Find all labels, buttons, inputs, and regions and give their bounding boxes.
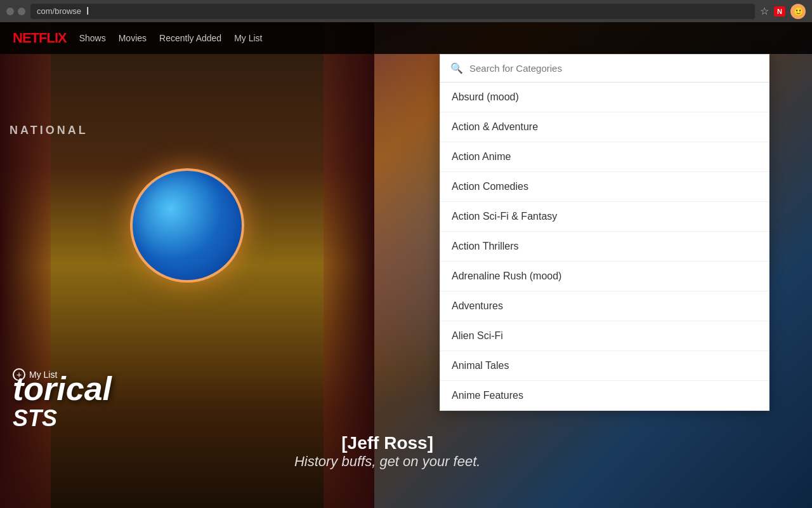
cursor: I [86, 6, 89, 17]
nav-item-shows[interactable]: Shows [79, 33, 106, 43]
minimize-button[interactable] [6, 8, 14, 15]
quote-text: History buffs, get on your feet. [294, 453, 480, 470]
search-input[interactable] [469, 63, 759, 74]
netflix-nav: NETFLIX Shows Movies Recently Added My L… [0, 22, 812, 54]
show-title: torical STS [13, 372, 112, 432]
nav-item-recently-added[interactable]: Recently Added [159, 33, 221, 43]
category-item[interactable]: Action Anime [440, 142, 769, 172]
show-name-line2: STS [13, 405, 112, 432]
speaker-label: [Jeff Ross] [294, 433, 480, 453]
category-item[interactable]: Animal Tales [440, 351, 769, 381]
nav-item-movies[interactable]: Movies [119, 33, 147, 43]
nav-item-my-list[interactable]: My List [234, 33, 262, 43]
browser-chrome: com/browse I ☆ N 🙂 [0, 0, 812, 22]
browser-icons: ☆ N 🙂 [760, 4, 806, 19]
category-item[interactable]: Anime Features [440, 381, 769, 410]
category-item[interactable]: Action & Adventure [440, 112, 769, 142]
category-item[interactable]: Action Comedies [440, 172, 769, 202]
subtitle-area: [Jeff Ross] History buffs, get on your f… [294, 433, 480, 470]
category-item[interactable]: Alien Sci-Fi [440, 321, 769, 351]
show-name-line1: torical [13, 372, 112, 405]
category-item[interactable]: Action Thrillers [440, 232, 769, 262]
user-avatar[interactable]: 🙂 [790, 4, 806, 19]
category-list[interactable]: Absurd (mood)Action & AdventureAction An… [440, 83, 769, 410]
maximize-button[interactable] [18, 8, 25, 15]
category-item[interactable]: Adrenaline Rush (mood) [440, 262, 769, 291]
national-label: NATIONAL [10, 124, 88, 137]
category-item[interactable]: Action Sci-Fi & Fantasy [440, 202, 769, 232]
category-dropdown: 🔍 Absurd (mood)Action & AdventureAction … [440, 54, 769, 411]
category-item[interactable]: Adventures [440, 291, 769, 321]
category-item[interactable]: Absurd (mood) [440, 83, 769, 112]
netflix-logo: NETFLIX [13, 30, 67, 46]
stage-globe [130, 168, 244, 283]
address-bar[interactable]: com/browse I [30, 4, 755, 19]
curtain-left [0, 22, 51, 508]
browser-controls [6, 8, 25, 15]
search-icon: 🔍 [450, 62, 463, 74]
url-text: com/browse [37, 6, 81, 16]
bookmark-icon[interactable]: ☆ [760, 5, 769, 17]
netflix-icon: N [774, 6, 785, 17]
search-bar: 🔍 [440, 55, 769, 83]
